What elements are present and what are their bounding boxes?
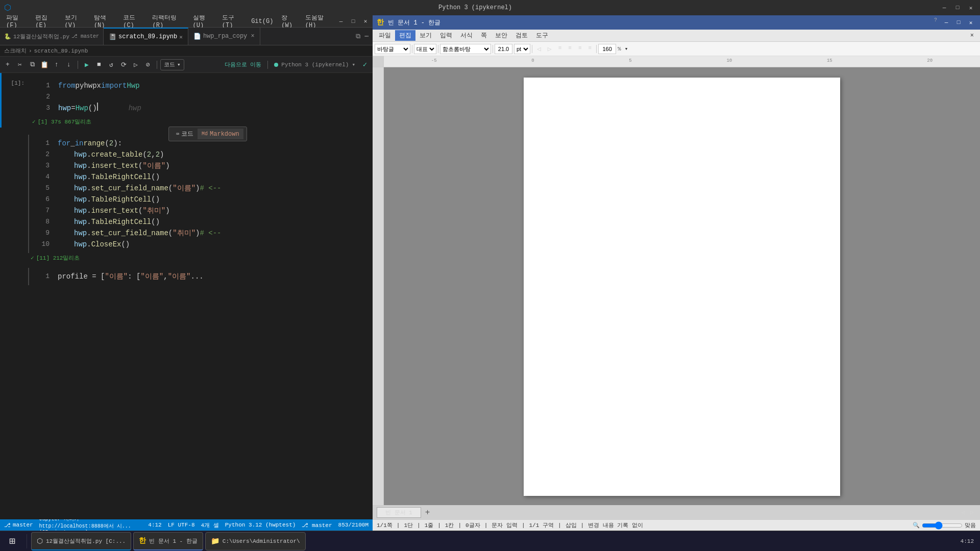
hwp-maximize[interactable]: □	[953, 17, 964, 28]
cell-type-popup[interactable]: ⌨ 코드 Md Markdown	[168, 127, 247, 141]
hwp-status-sep5: |	[484, 522, 488, 529]
hwp-menu-page[interactable]: 쪽	[477, 30, 491, 41]
window-controls[interactable]: — □ ✕	[939, 3, 976, 13]
hwp-page-tab-1[interactable]: 빈 문서 1	[377, 507, 421, 518]
clear-btn[interactable]: ⊘	[142, 59, 154, 70]
vscode-panel: 파일(F) 편집(E) 보기(V) 탐색(N) 코드(C) 리팩터링(R) 실행…	[0, 15, 373, 531]
hwp-style-select[interactable]: 바탕글	[375, 44, 410, 54]
python-version[interactable]: Python 3.12 (hwptest)	[225, 522, 296, 528]
hwp-menu-security[interactable]: 보안	[491, 30, 511, 41]
hwp-justify-btn[interactable]: ≡	[555, 43, 565, 55]
hwp-minimize[interactable]: —	[941, 17, 951, 28]
notebook-tab-close[interactable]: ✕	[179, 34, 183, 40]
hwp-zoom-slider[interactable]	[922, 522, 963, 529]
breadcrumb-sep1: ›	[29, 48, 32, 54]
breadcrumb-scratch[interactable]: 스크래치	[4, 47, 27, 55]
hwp-rpa-tab[interactable]: 📄 hwp_rpa_copy ×	[188, 28, 260, 45]
git-status[interactable]: ⎇ master	[4, 522, 33, 529]
vscode-maximize[interactable]: □	[348, 16, 358, 27]
hwp-ruler-row: /* ruler marks rendered below */ -505101…	[373, 56, 980, 67]
hwp-corner	[373, 56, 384, 67]
hwp-indent-btn[interactable]: ≡	[575, 43, 585, 55]
hwp-next-page-btn[interactable]: ▷	[968, 508, 976, 517]
hwp-menu-edit[interactable]: 편집	[395, 30, 415, 41]
copy-icon[interactable]: ⧉	[27, 59, 38, 70]
notebook-icon: 📓	[109, 33, 116, 41]
scissors-icon[interactable]: ✂	[14, 59, 26, 70]
hwp-align-left-btn[interactable]: ◁	[534, 43, 544, 55]
cell-type-selector[interactable]: 코드 ▾	[160, 59, 184, 70]
hwp-menu-review[interactable]: 검토	[511, 30, 532, 41]
hwp-sep4	[532, 45, 532, 53]
hwp-menu-input[interactable]: 입력	[436, 30, 456, 41]
hwp-align-right-btn[interactable]: ▷	[545, 43, 555, 55]
vscode-minimize[interactable]: —	[336, 16, 346, 27]
code-line-2-6: 6 hwp.TableRightCell()	[35, 194, 366, 205]
taskbar-app-explorer[interactable]: 📁 C:\Users\Administrator\	[205, 532, 306, 550]
markdown-option[interactable]: Md Markdown	[198, 129, 243, 139]
hwp-center-btn[interactable]: ≡	[565, 43, 575, 55]
maximize-button[interactable]: □	[952, 3, 963, 13]
goto-next-btn[interactable]: 다음으로 이동	[222, 60, 265, 69]
hwp-menu-close[interactable]: ×	[966, 31, 978, 40]
more-actions-icon[interactable]: ⋯	[364, 32, 369, 40]
breadcrumb-file[interactable]: scratch_89.ipynb	[34, 48, 88, 54]
vscode-logo: ⬡	[4, 3, 11, 13]
taskbar-app-vscode[interactable]: ⬡ 12월결산실적취업.py [C:...	[31, 532, 131, 550]
code-line-2-8: 8 hwp.TableRightCell()	[35, 216, 366, 228]
move-down-icon[interactable]: ↓	[63, 59, 75, 70]
hwp-page-num: 1/1쪽	[377, 521, 393, 529]
taskbar-sep	[27, 534, 27, 548]
taskbar-time: 4:12	[961, 538, 974, 544]
hwp-size-unit-select[interactable]: pt	[514, 44, 530, 54]
hwp-canvas[interactable]	[384, 67, 980, 505]
hwp-zoom-up-btn[interactable]: ▾	[623, 44, 630, 53]
hwp-sep1	[412, 45, 412, 53]
hwp-menu-file[interactable]: 파일	[375, 30, 395, 41]
hwp-zoom-fit-label: 맞음	[965, 521, 976, 529]
run-all-btn[interactable]: ▶	[81, 59, 92, 70]
checkmark-icon[interactable]: ✓	[359, 59, 371, 70]
paste-icon[interactable]: 📋	[39, 59, 50, 70]
notebook-tab-active[interactable]: 📓 scratch_89.ipynb ✕	[104, 28, 188, 45]
hwp-menu-format[interactable]: 서식	[456, 30, 477, 41]
taskbar-app-hwp[interactable]: 한 빈 문서 1 - 한글	[133, 532, 203, 550]
hwp-close[interactable]: ✕	[966, 17, 976, 28]
cell-3-body[interactable]: 1 profile = ["이름": ["이름", "이름" ...	[28, 268, 373, 285]
explorer-taskbar-icon: 📁	[211, 537, 219, 545]
code-option[interactable]: ⌨ 코드	[172, 129, 198, 139]
run-above-btn[interactable]: ▷	[130, 59, 141, 70]
taskbar-clock[interactable]: 4:12	[957, 538, 978, 544]
start-button[interactable]: ⊞	[2, 532, 22, 550]
interrupt-btn[interactable]: ■	[93, 59, 105, 70]
hwp-page-content[interactable]	[549, 103, 815, 113]
cell-2-body[interactable]: 1 for _ in range(2): 2 hwp.create_table(…	[28, 135, 373, 253]
split-editor-icon[interactable]: ⧉	[356, 33, 360, 40]
hwp-menu-tools[interactable]: 도구	[532, 30, 552, 41]
vscode-close[interactable]: ✕	[360, 16, 371, 27]
hwp-menu-view[interactable]: 보기	[415, 30, 436, 41]
hwp-logo: 한	[377, 18, 384, 27]
add-cell-btn[interactable]: +	[2, 59, 13, 70]
minimize-button[interactable]: —	[939, 3, 949, 13]
python-file-tab[interactable]: 🐍 12월결산실적취업.py ⎇ master	[0, 28, 104, 45]
move-up-icon[interactable]: ↑	[51, 59, 62, 70]
hwp-title-bar: 한 빈 문서 1 - 한글 ? — □ ✕	[373, 15, 980, 30]
menu-git[interactable]: Git(G)	[247, 17, 277, 26]
hwp-win-controls[interactable]: ? — □ ✕	[932, 17, 976, 28]
hwp-font-type-select[interactable]: 대표	[414, 44, 436, 54]
restart-btn[interactable]: ↺	[106, 59, 117, 70]
hwp-status-sep8: |	[581, 522, 584, 529]
kernel-indicator[interactable]: Python 3 (ipykernel) ▾	[271, 61, 358, 68]
hwp-help-icon[interactable]: ?	[932, 17, 939, 28]
hwp-outdent-btn[interactable]: ≡	[585, 43, 595, 55]
hwp-zoom-input[interactable]	[598, 44, 616, 54]
cell-1-body[interactable]: 1 from pyhwpx import Hwp 2 3 hwp = Hwp()…	[30, 77, 373, 117]
hwp-font-size-input[interactable]	[495, 44, 512, 54]
hwp-font-select[interactable]: 함초롬바탕	[440, 44, 491, 54]
close-button[interactable]: ✕	[966, 3, 976, 13]
hwp-prev-page-btn[interactable]: ◁	[960, 508, 967, 517]
hwp-add-page-btn[interactable]: +	[423, 508, 432, 517]
hwp-insert-mode: 삽입	[566, 521, 577, 529]
refresh-btn[interactable]: ⟳	[118, 59, 129, 70]
